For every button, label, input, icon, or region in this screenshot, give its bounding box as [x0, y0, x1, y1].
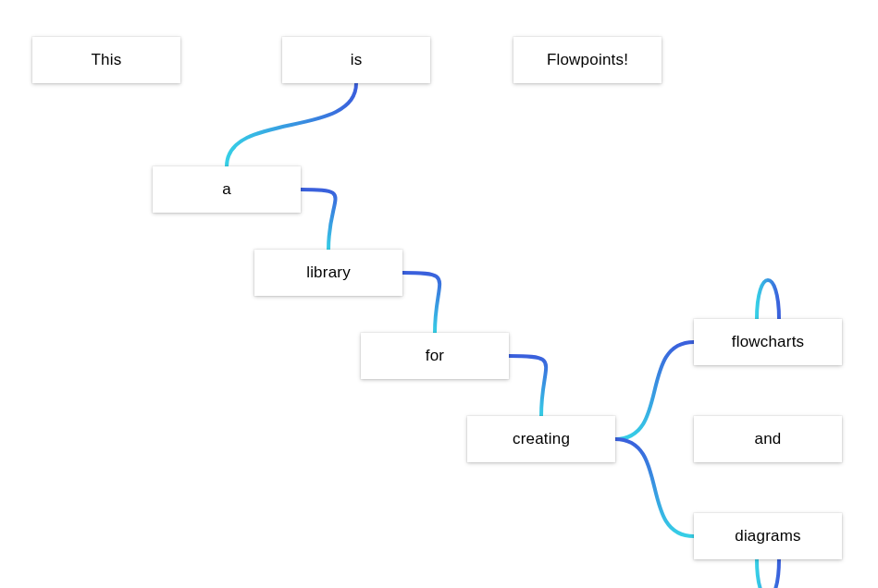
node-label: creating [513, 430, 570, 448]
node-creating[interactable]: creating [467, 416, 615, 462]
edge-e-crea-diag [615, 439, 694, 536]
edge-e-is-a [227, 83, 356, 166]
node-flowcharts[interactable]: flowcharts [694, 319, 842, 365]
node-diagrams[interactable]: diagrams [694, 513, 842, 559]
edge-e-a-lib [301, 190, 336, 250]
node-this[interactable]: This [32, 37, 180, 83]
node-label: and [755, 430, 782, 448]
node-label: for [426, 347, 444, 365]
node-label: Flowpoints! [547, 51, 628, 69]
edge-e-fc-loop [757, 280, 779, 319]
node-label: library [306, 263, 351, 282]
node-label: This [92, 51, 122, 69]
edge-e-for-crea [509, 356, 546, 416]
node-is[interactable]: is [282, 37, 430, 83]
edge-e-lib-for [402, 273, 439, 333]
edges-layer [0, 0, 878, 588]
edge-e-diag-loop [757, 559, 779, 588]
node-library[interactable]: library [254, 250, 402, 296]
flow-canvas[interactable]: This is Flowpoints! a library for creati… [0, 0, 878, 588]
node-label: flowcharts [732, 333, 805, 351]
node-for[interactable]: for [361, 333, 509, 379]
node-and[interactable]: and [694, 416, 842, 462]
node-a[interactable]: a [153, 166, 301, 213]
node-flowpoints[interactable]: Flowpoints! [513, 37, 662, 83]
node-label: is [351, 51, 363, 69]
edge-e-crea-fc [615, 342, 694, 439]
node-label: diagrams [735, 527, 801, 545]
node-label: a [222, 180, 231, 199]
